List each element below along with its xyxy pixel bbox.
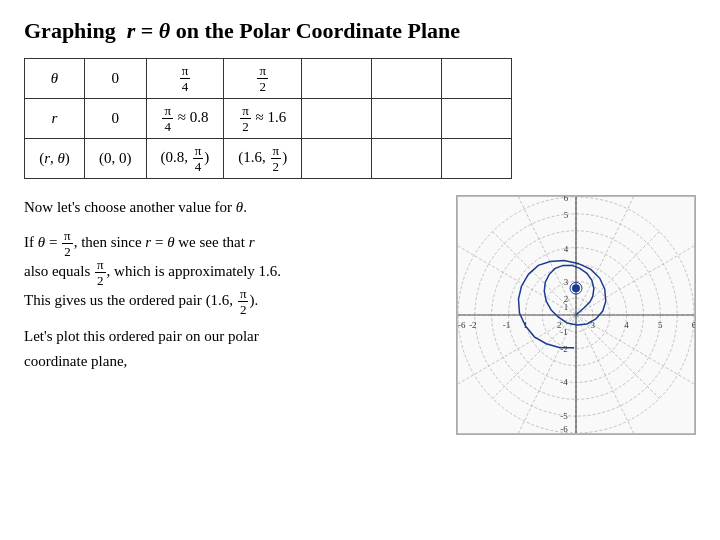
- content-section: Now let's choose another value for θ. If…: [24, 195, 696, 435]
- svg-text:5: 5: [658, 320, 663, 330]
- data-point: [572, 285, 580, 293]
- svg-text:3: 3: [564, 278, 569, 288]
- cell-empty-1: [302, 59, 372, 99]
- text-section: Now let's choose another value for θ. If…: [24, 195, 440, 435]
- cell-pair-label: (r, θ): [25, 139, 85, 179]
- fraction-pair-pi4: π 4: [193, 144, 204, 173]
- svg-text:6: 6: [692, 320, 695, 330]
- cell-theta-label: θ: [25, 59, 85, 99]
- polar-plot: 6 5 4 3 2 1 -1 -2 -6 6 5 4 3 2 1 -1 -2 -…: [456, 195, 696, 435]
- frac-pi2-pair: π 2: [238, 287, 249, 316]
- fraction-r-pi2: π 2: [240, 104, 251, 133]
- fraction-r-pi4: π 4: [162, 104, 173, 133]
- cell-r-label: r: [25, 99, 85, 139]
- fraction-pi4: π 4: [180, 64, 191, 93]
- cell-empty-4: [302, 99, 372, 139]
- page-title: Graphing r = θ on the Polar Coordinate P…: [24, 18, 696, 44]
- choose-text: Now let's choose another value for θ.: [24, 195, 440, 221]
- frac-pi2-also: π 2: [95, 258, 106, 287]
- svg-text:5: 5: [564, 210, 569, 220]
- fraction-pi2: π 2: [257, 64, 268, 93]
- cell-pair-0: (0, 0): [85, 139, 147, 179]
- title-graphing: Graphing: [24, 18, 116, 43]
- cell-r-0: 0: [85, 99, 147, 139]
- cell-empty-9: [442, 139, 512, 179]
- svg-text:4: 4: [624, 320, 629, 330]
- table-row-r: r 0 π 4 ≈ 0.8 π 2 ≈ 1.6: [25, 99, 512, 139]
- cell-theta-pi2: π 2: [224, 59, 302, 99]
- cell-theta-pi4: π 4: [146, 59, 224, 99]
- svg-text:-5: -5: [560, 412, 568, 422]
- cell-empty-7: [302, 139, 372, 179]
- fraction-pair-pi2: π 2: [271, 144, 282, 173]
- svg-text:-6: -6: [458, 320, 466, 330]
- cell-pair-pi2: (1.6, π 2 ): [224, 139, 302, 179]
- cell-pair-pi4: (0.8, π 4 ): [146, 139, 224, 179]
- svg-text:-2: -2: [560, 344, 567, 354]
- table-row-theta: θ 0 π 4 π 2: [25, 59, 512, 99]
- svg-text:-1: -1: [560, 327, 567, 337]
- cell-theta-0: 0: [85, 59, 147, 99]
- svg-text:1: 1: [564, 302, 568, 312]
- cell-r-pi4: π 4 ≈ 0.8: [146, 99, 224, 139]
- page: Graphing r = θ on the Polar Coordinate P…: [0, 0, 720, 447]
- cell-empty-6: [442, 99, 512, 139]
- cell-empty-2: [372, 59, 442, 99]
- svg-text:-6: -6: [560, 424, 568, 434]
- if-text: If θ = π 2 , then since r = θ we see tha…: [24, 229, 440, 316]
- data-table: θ 0 π 4 π 2 r 0 π: [24, 58, 512, 179]
- cell-empty-8: [372, 139, 442, 179]
- svg-text:-4: -4: [560, 378, 568, 388]
- svg-text:-2: -2: [469, 320, 476, 330]
- cell-r-pi2: π 2 ≈ 1.6: [224, 99, 302, 139]
- table-row-pair: (r, θ) (0, 0) (0.8, π 4 ) (1.6, π 2 ): [25, 139, 512, 179]
- cell-empty-3: [442, 59, 512, 99]
- svg-text:-1: -1: [503, 320, 510, 330]
- title-equation: r: [127, 18, 136, 43]
- cell-empty-5: [372, 99, 442, 139]
- polar-svg: 6 5 4 3 2 1 -1 -2 -6 6 5 4 3 2 1 -1 -2 -…: [457, 196, 695, 434]
- plot-text: Let's plot this ordered pair on our pola…: [24, 324, 440, 375]
- svg-text:4: 4: [564, 244, 569, 254]
- frac-pi2-if: π 2: [62, 229, 73, 258]
- svg-text:6: 6: [564, 196, 569, 203]
